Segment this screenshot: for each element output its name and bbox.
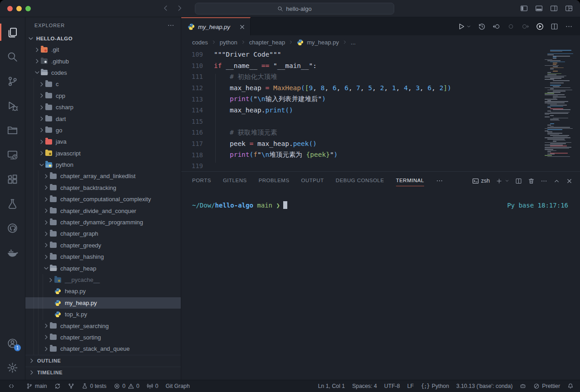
status-remote-indicator[interactable] (0, 380, 23, 392)
run-python-file-button[interactable] (458, 23, 471, 30)
status-ports[interactable]: 0 (143, 380, 162, 392)
minimap[interactable] (545, 50, 578, 157)
code-line[interactable]: 112 max_heap = MaxHeap([9, 8, 6, 6, 7, 5… (181, 82, 580, 94)
close-tab-icon[interactable] (239, 24, 246, 30)
breadcrumb-item[interactable]: chapter_heap (249, 39, 285, 46)
breadcrumb-item[interactable]: ... (351, 39, 356, 46)
code-editor[interactable]: 109"""Driver Code"""110if __name__ == "_… (181, 49, 580, 171)
tree-item-dart[interactable]: dart (25, 113, 181, 124)
split-editor-icon[interactable] (551, 23, 558, 30)
status-cursor-position[interactable]: Ln 1, Col 1 (314, 380, 348, 392)
close-window-button[interactable] (7, 6, 13, 11)
tree-item-chapter-stack-and-queue[interactable]: chapter_stack_and_queue (25, 343, 181, 354)
activity-file-manager[interactable] (0, 118, 25, 142)
new-terminal-icon[interactable] (496, 178, 503, 184)
panel-more-tabs-icon[interactable] (436, 177, 443, 184)
panel-tab-gitlens[interactable]: GITLENS (223, 176, 247, 186)
status-tests[interactable]: 0 tests (78, 380, 110, 392)
tree-item--git[interactable]: .git (25, 44, 181, 55)
tree-item-top-k-py[interactable]: top_k.py (25, 309, 181, 320)
outline-section[interactable]: OUTLINE (25, 355, 181, 367)
toggle-panel-icon[interactable] (535, 5, 543, 12)
tree-item--github[interactable]: .github (25, 55, 181, 67)
panel-tab-problems[interactable]: PROBLEMS (259, 176, 290, 186)
tree-item-heap-py[interactable]: heap.py (25, 286, 181, 297)
explorer-more-actions-icon[interactable] (167, 22, 174, 29)
code-line[interactable]: 114 max_heap.print() (181, 105, 580, 116)
tree-item-chapter-array-and-linkedlist[interactable]: chapter_array_and_linkedlist (25, 170, 181, 182)
code-line[interactable]: 117 peek = max_heap.peek() (181, 138, 580, 150)
customize-layout-icon[interactable] (565, 5, 573, 12)
tree-item-cpp[interactable]: cpp (25, 90, 181, 102)
status-encoding[interactable]: UTF-8 (381, 380, 404, 392)
activity-testing[interactable] (0, 191, 25, 216)
tree-item-csharp[interactable]: csharp (25, 102, 181, 113)
status-git-branch[interactable]: main (23, 380, 51, 392)
tree-item-chapter-divide-and-conquer[interactable]: chapter_divide_and_conquer (25, 205, 181, 216)
tree-item--pycache-[interactable]: __pycache__ (25, 274, 181, 286)
maximize-panel-icon[interactable] (553, 178, 560, 184)
terminal[interactable]: ~/Dow/hello-algo main ❯ Py base 18:17:16 (181, 190, 580, 380)
terminal-more-actions-icon[interactable] (541, 178, 547, 184)
terminal-profile-dropdown-icon[interactable] (505, 179, 509, 183)
status-prettier[interactable]: Prettier (530, 380, 564, 392)
split-terminal-icon[interactable] (515, 178, 522, 184)
tree-item-chapter-computational-complexity[interactable]: chapter_computational_complexity (25, 194, 181, 205)
panel-tab-terminal[interactable]: TERMINAL (396, 176, 424, 186)
panel-tab-output[interactable]: OUTPUT (301, 176, 324, 186)
toggle-secondary-sidebar-icon[interactable] (550, 5, 558, 12)
code-line[interactable]: 109"""Driver Code""" (181, 49, 580, 60)
code-line[interactable]: 110if __name__ == "__main__": (181, 60, 580, 72)
status-copilot[interactable] (516, 380, 530, 392)
activity-github[interactable] (0, 216, 25, 240)
tree-item-my-heap-py[interactable]: my_heap.py (25, 297, 181, 309)
activity-run-debug[interactable] (0, 93, 25, 118)
status-eol[interactable]: LF (404, 380, 417, 392)
code-line[interactable]: 116 # 获取堆顶元素 (181, 127, 580, 138)
activity-extensions[interactable] (0, 167, 25, 191)
code-line[interactable]: 113 print("\n输入列表并建堆后") (181, 93, 580, 105)
activity-explorer[interactable] (0, 20, 25, 44)
code-line[interactable]: 111 # 初始化大顶堆 (181, 71, 580, 82)
activity-search[interactable] (0, 44, 25, 69)
tree-item-chapter-searching[interactable]: chapter_searching (25, 320, 181, 331)
more-icon[interactable] (565, 23, 573, 30)
status-problems[interactable]: 00 (110, 380, 143, 392)
breadcrumb-item[interactable]: codes (192, 39, 208, 46)
tree-item-chapter-graph[interactable]: chapter_graph (25, 228, 181, 239)
tree-item-chapter-sorting[interactable]: chapter_sorting (25, 332, 181, 343)
breadcrumb-item[interactable]: python (220, 39, 237, 46)
activity-docker[interactable] (0, 240, 25, 265)
tree-item-chapter-backtracking[interactable]: chapter_backtracking (25, 182, 181, 194)
tree-root-hello-algo[interactable]: HELLO-ALGO (25, 33, 181, 44)
terminal-shell-selector[interactable]: zsh (472, 178, 490, 184)
minimize-window-button[interactable] (16, 6, 22, 11)
activity-remote-explorer[interactable] (0, 142, 25, 167)
status-source-control-graph[interactable] (64, 380, 78, 392)
tree-item-java[interactable]: java (25, 136, 181, 147)
tree-item-go[interactable]: go (25, 125, 181, 136)
activity-source-control[interactable] (0, 69, 25, 93)
code-line[interactable]: 118 print(f"\n堆顶元素为 {peek}") (181, 149, 580, 160)
run-circle-icon[interactable] (536, 23, 544, 30)
status-sync-changes[interactable] (51, 380, 64, 392)
nav-circle-icon[interactable] (507, 23, 515, 30)
activity-accounts[interactable]: 1 (0, 331, 25, 355)
tree-item-python[interactable]: python (25, 159, 181, 170)
nav-back-icon[interactable] (161, 4, 169, 12)
timeline-section[interactable]: TIMELINE (25, 367, 181, 378)
tree-item-chapter-hashing[interactable]: chapter_hashing (25, 251, 181, 262)
status-python-interpreter[interactable]: 3.10.13 ('base': conda) (453, 380, 516, 392)
status-language-mode[interactable]: {;}Python (417, 380, 453, 392)
activity-settings[interactable] (0, 355, 25, 380)
nav-forward-icon[interactable] (522, 23, 529, 30)
tree-item-chapter-heap[interactable]: chapter_heap (25, 262, 181, 274)
maximize-window-button[interactable] (25, 6, 31, 11)
toggle-primary-sidebar-icon[interactable] (520, 5, 528, 12)
close-panel-icon[interactable] (566, 178, 573, 184)
breadcrumb-item[interactable]: my_heap.py (307, 39, 339, 46)
tree-item-javascript[interactable]: javascript (25, 148, 181, 159)
history-icon[interactable] (478, 23, 486, 30)
status-notifications[interactable] (564, 380, 577, 392)
status-git-graph[interactable]: Git Graph (162, 380, 193, 392)
